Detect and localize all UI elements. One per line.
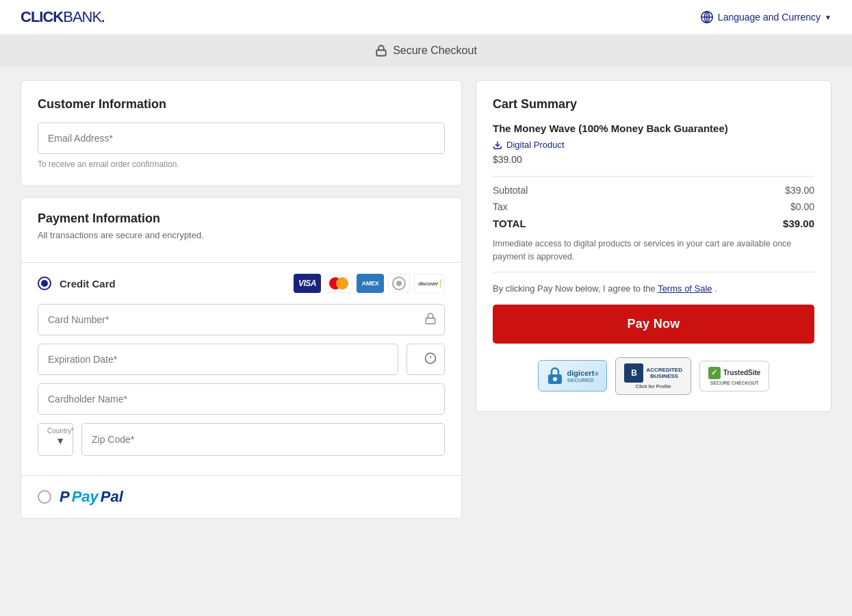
- credit-card-option[interactable]: Credit Card VISA: [21, 262, 461, 475]
- secure-checkout-label: Secure Checkout: [393, 44, 477, 57]
- card-number-input[interactable]: [38, 304, 445, 335]
- dropdown-arrow-icon: ▼: [825, 14, 831, 21]
- page-header: CLICKBANK. Language and Currency ▼: [0, 0, 852, 35]
- trust-badges: digicert ® SECURED B ACCREDITED: [493, 357, 814, 395]
- trustedsite-badge: ✓ TrustedSite SECURE CHECKOUT: [699, 361, 769, 392]
- card-number-wrapper: [38, 304, 445, 335]
- digicert-reg: ®: [595, 372, 598, 376]
- divider-2: [493, 272, 814, 272]
- pay-now-button[interactable]: Pay Now: [493, 305, 814, 344]
- customer-info-card: Customer Information To receive an email…: [21, 80, 462, 186]
- bbb-click-profile: Click for Profile: [636, 384, 671, 389]
- globe-icon: [700, 10, 714, 24]
- trustedsite-sub: SECURE CHECKOUT: [710, 381, 759, 385]
- terms-note-text: By clicking Pay Now below, I agree to th…: [493, 283, 656, 294]
- total-value: $39.00: [783, 218, 814, 229]
- bbb-business: BUSINESS: [646, 373, 682, 379]
- language-currency-label: Language and Currency: [718, 12, 821, 23]
- access-note: Immediate access to digital products or …: [493, 238, 814, 264]
- digital-product-badge: Digital Product: [493, 140, 814, 150]
- tax-value: $0.00: [790, 201, 814, 212]
- cart-summary-title: Cart Summary: [493, 97, 814, 112]
- total-row: TOTAL $39.00: [493, 218, 814, 229]
- divider-1: [493, 176, 814, 177]
- terms-of-sale-link[interactable]: Terms of Sale: [658, 283, 712, 294]
- mastercard-logo: [325, 274, 352, 293]
- product-price: $39.00: [493, 154, 814, 165]
- paypal-logo: P Pay Pal: [60, 488, 123, 506]
- digicert-badge: digicert ® SECURED: [538, 360, 608, 392]
- cardholder-name-input[interactable]: [38, 383, 445, 415]
- left-panel: Customer Information To receive an email…: [21, 80, 462, 519]
- logo-click: CLICK: [21, 8, 63, 25]
- payment-info-card: Payment Information All transactions are…: [21, 197, 462, 519]
- lock-icon: [375, 44, 387, 57]
- logo-dot: .: [101, 11, 105, 25]
- expiration-date-input[interactable]: [38, 344, 398, 375]
- tax-label: Tax: [493, 201, 508, 212]
- amex-logo: AMEX: [357, 274, 384, 293]
- svg-rect-5: [426, 318, 435, 324]
- terms-period: .: [714, 283, 717, 294]
- subtotal-value: $39.00: [785, 185, 814, 196]
- svg-point-11: [553, 377, 557, 381]
- tax-row: Tax $0.00: [493, 201, 814, 212]
- payment-info-subtitle: All transactions are secure and encrypte…: [38, 230, 445, 240]
- discover-logo: discover: [414, 274, 445, 293]
- digicert-lock-icon: [547, 366, 563, 385]
- email-hint: To receive an email order confirmation.: [38, 159, 445, 169]
- lock-icon-card: [424, 313, 437, 327]
- terms-note: By clicking Pay Now below, I agree to th…: [493, 283, 814, 294]
- info-icon-security: [424, 352, 437, 367]
- logo-bank: BANK: [63, 8, 101, 25]
- trustedsite-label: TrustedSite: [723, 369, 760, 376]
- total-label: TOTAL: [493, 218, 526, 229]
- svg-rect-4: [376, 50, 386, 55]
- language-currency-button[interactable]: Language and Currency ▼: [700, 10, 831, 24]
- card-logos: VISA AMEX: [294, 274, 445, 293]
- bbb-accredited: ACCREDITED: [646, 367, 682, 373]
- secure-checkout-banner: Secure Checkout: [0, 35, 852, 66]
- cart-summary-card: Cart Summary The Money Wave (100% Money …: [476, 80, 831, 412]
- logo: CLICKBANK.: [21, 8, 105, 26]
- credit-card-radio[interactable]: [38, 277, 51, 290]
- diners-logo: [388, 274, 410, 293]
- product-name: The Money Wave (100% Money Back Guarante…: [493, 123, 814, 134]
- subtotal-row: Subtotal $39.00: [493, 185, 814, 196]
- download-icon: [493, 140, 502, 150]
- payment-header: Payment Information All transactions are…: [21, 198, 461, 262]
- bbb-badge: B ACCREDITED BUSINESS Click for Profile: [615, 357, 690, 395]
- digicert-sub: SECURED: [567, 377, 594, 383]
- digital-product-label: Digital Product: [506, 140, 565, 150]
- email-input[interactable]: [38, 123, 445, 154]
- country-field-label: Country*: [47, 427, 74, 435]
- paypal-option[interactable]: P Pay Pal: [21, 475, 461, 518]
- paypal-radio[interactable]: [38, 490, 51, 504]
- right-panel: Cart Summary The Money Wave (100% Money …: [476, 80, 831, 519]
- payment-info-title: Payment Information: [38, 211, 445, 226]
- visa-logo: VISA: [294, 274, 321, 293]
- zip-code-input[interactable]: [81, 423, 445, 456]
- country-select-wrapper: Country* United States ▼: [38, 423, 73, 456]
- subtotal-label: Subtotal: [493, 185, 528, 196]
- security-code-wrapper: [406, 344, 445, 375]
- digicert-name: digicert: [567, 369, 595, 377]
- customer-info-title: Customer Information: [38, 97, 445, 112]
- credit-card-label: Credit Card: [60, 278, 116, 290]
